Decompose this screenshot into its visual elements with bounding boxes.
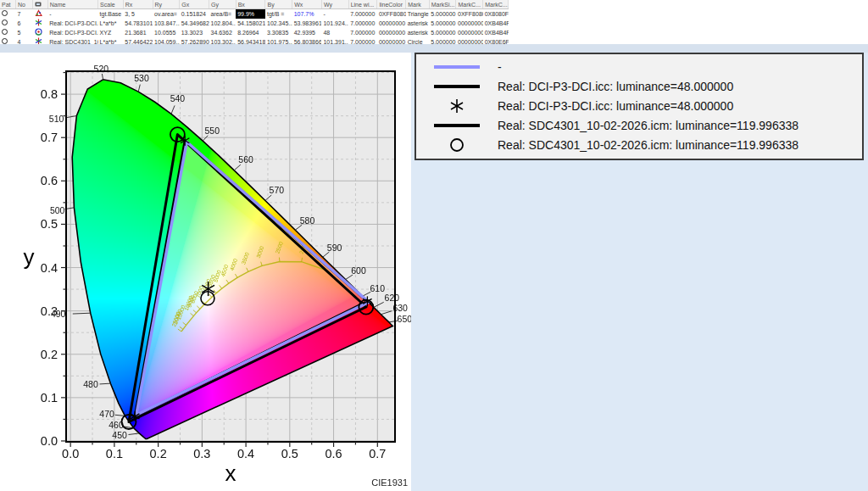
profile-table-panel: PatNoNameScaleRxRyGxGyBxByWxWyLine wi...…	[0, 0, 868, 44]
cell[interactable]: 0XB4B4FF	[483, 19, 509, 28]
col-header-Gy[interactable]: Gy	[209, 0, 236, 9]
cell[interactable]: 13.3023	[180, 28, 209, 37]
cell[interactable]: 0XFF8080	[456, 9, 483, 20]
table-row[interactable]: 6Real: DCI-P3-DCI.icc...L*a*b*54.7831011…	[0, 19, 509, 28]
cell[interactable]: Triangle	[406, 9, 430, 20]
cell[interactable]: 00000000	[377, 19, 406, 28]
svg-text:x: x	[225, 460, 236, 486]
cell[interactable]: 0XB4B4FF	[483, 28, 509, 37]
cell[interactable]: 102.804...	[209, 19, 236, 28]
table-row[interactable]: 7-tgt.Base =3, 5ov.area=0.151824area/B=9…	[0, 9, 509, 20]
cell[interactable]: 54.349682	[180, 19, 209, 28]
col-header-Wy[interactable]: Wy	[321, 0, 348, 9]
right-panel: - Real: DCI-P3-DCI.icc: luminance=48.000…	[411, 53, 868, 491]
cell[interactable]: 0XFF8080	[377, 9, 406, 20]
cell[interactable]: 0.151824	[180, 9, 209, 20]
svg-text:0.5: 0.5	[41, 217, 58, 231]
cell-no[interactable]: 5	[15, 28, 32, 37]
cell[interactable]: 00000000	[456, 19, 483, 28]
svg-text:500: 500	[50, 205, 65, 215]
cell[interactable]: Real: DCI-P3-DCI.icc...	[47, 28, 97, 37]
chromaticity-chart-panel[interactable]: 4504604704804905005105205305405505605705…	[0, 53, 411, 491]
cell[interactable]: 10.0555	[153, 28, 180, 37]
cell[interactable]: 107.7%	[292, 9, 322, 20]
col-header-No[interactable]: No	[15, 0, 32, 9]
svg-text:y: y	[24, 244, 35, 270]
col-header-MarkC...[interactable]: MarkC...	[483, 0, 509, 9]
col-header-By[interactable]: By	[265, 0, 292, 9]
legend-box[interactable]: - Real: DCI-P3-DCI.icc: luminance=48.000…	[415, 53, 864, 160]
svg-text:530: 530	[134, 73, 149, 83]
cell[interactable]: 8.26964	[236, 28, 265, 37]
col-header-Line wi...[interactable]: Line wi...	[348, 0, 377, 9]
row-visibility-icon	[2, 20, 8, 25]
table-row[interactable]: 5Real: DCI-P3-DCI.icc...XYZ21.368110.055…	[0, 28, 509, 37]
svg-text:620: 620	[385, 293, 400, 303]
row-visibility-cell[interactable]	[0, 28, 15, 37]
cell[interactable]: 3, 5	[123, 9, 153, 20]
col-header-Mark[interactable]: Mark	[406, 0, 430, 9]
col-header-Ry[interactable]: Ry	[153, 0, 180, 9]
cell[interactable]: 54.783101	[123, 19, 153, 28]
lab-gamut-icon[interactable]	[33, 19, 47, 28]
cell[interactable]: 42.9395	[292, 28, 322, 37]
cell[interactable]: 7.000000	[348, 9, 377, 20]
cell[interactable]: tgt.Base =	[98, 9, 124, 20]
cell[interactable]: 101.924...	[321, 19, 348, 28]
cell[interactable]: 7.000000	[348, 19, 377, 28]
cell[interactable]: area/B=	[209, 9, 236, 20]
col-header-MarkSi...[interactable]: MarkSi...	[429, 0, 456, 9]
target-line-swatch	[416, 65, 498, 69]
cell[interactable]: L*a*b*	[98, 19, 124, 28]
cell[interactable]: 0X8080FF	[483, 9, 509, 20]
col-header-Name[interactable]: Name	[47, 0, 97, 9]
cell[interactable]: 5.000000	[429, 19, 456, 28]
xyz-gamut-icon[interactable]	[33, 28, 47, 37]
cell-no[interactable]: 6	[15, 19, 32, 28]
cell[interactable]: ov.area=	[153, 9, 180, 20]
cell[interactable]: XYZ	[98, 28, 124, 37]
cell[interactable]: 5.000000	[429, 28, 456, 37]
asterisk-marker-icon	[416, 98, 498, 114]
legend-item-target: -	[416, 57, 862, 76]
cell[interactable]: 103.847...	[153, 19, 180, 28]
cell[interactable]: 102.345...	[265, 19, 292, 28]
cell[interactable]: asterisk	[406, 28, 430, 37]
cell-no[interactable]: 7	[15, 9, 32, 20]
col-header-MarkC...[interactable]: MarkC...	[456, 0, 483, 9]
cell[interactable]: 54.158021	[236, 19, 265, 28]
col-header-Bx[interactable]: Bx	[236, 0, 265, 9]
col-header-lineColor[interactable]: lineColor	[377, 0, 406, 9]
cell[interactable]: 5.000000	[429, 9, 456, 20]
col-header-Pat[interactable]: Pat	[0, 0, 15, 9]
cell[interactable]: 21.3681	[123, 28, 153, 37]
cell[interactable]: 00000000	[456, 28, 483, 37]
palette-column-icon[interactable]	[33, 0, 47, 9]
col-header-Rx[interactable]: Rx	[123, 0, 153, 9]
row-visibility-cell[interactable]	[0, 19, 15, 28]
cell[interactable]: -	[321, 9, 348, 20]
svg-text:0.0: 0.0	[41, 434, 58, 448]
col-header-Gx[interactable]: Gx	[180, 0, 209, 9]
row-visibility-cell[interactable]	[0, 9, 15, 20]
col-header-Wx[interactable]: Wx	[292, 0, 322, 9]
legend-label: Real: SDC4301_10-02-2026.icm: luminance=…	[498, 138, 798, 152]
target-plot-icon[interactable]	[33, 9, 47, 20]
cell[interactable]: -	[47, 9, 97, 20]
cell[interactable]: 7.000000	[348, 28, 377, 37]
legend-label: -	[498, 60, 502, 74]
cell[interactable]: asterisk	[406, 19, 430, 28]
cell[interactable]: 00000000	[377, 28, 406, 37]
cell[interactable]: tgt/B =	[265, 9, 292, 20]
col-header-Scale[interactable]: Scale	[98, 0, 124, 9]
cell[interactable]: 34.6362	[209, 28, 236, 37]
svg-text:450: 450	[112, 430, 127, 440]
cell[interactable]: 99.9%	[236, 9, 265, 20]
cell[interactable]: 48	[321, 28, 348, 37]
cell[interactable]: 53.983961	[292, 19, 322, 28]
cell[interactable]: Real: DCI-P3-DCI.icc...	[47, 19, 97, 28]
cell[interactable]: 3.30835	[265, 28, 292, 37]
legend-label: Real: SDC4301_10-02-2026.icm: luminance=…	[498, 119, 798, 132]
svg-text:0.8: 0.8	[41, 87, 58, 101]
panel-divider[interactable]	[0, 44, 868, 53]
